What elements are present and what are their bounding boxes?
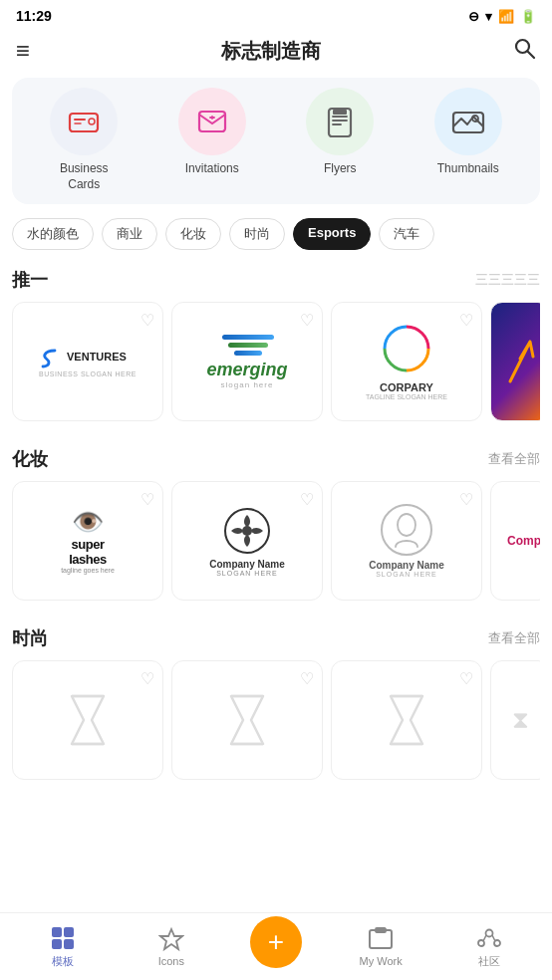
dark-card-inner <box>491 303 540 420</box>
makeup-cards-row: ♡ 👁️ super lashes tagline goes here ♡ <box>12 481 540 605</box>
card-company-name-1[interactable]: ♡ Company Name SLOGAN HERE <box>171 481 323 601</box>
card-fashion3-heart[interactable]: ♡ <box>459 669 473 688</box>
search-button[interactable] <box>512 36 536 66</box>
card-ventures[interactable]: ♡ VENTURES BUSINESS SLOGAN HERE <box>12 302 163 421</box>
recommended-cards-row: ♡ VENTURES BUSINESS SLOGAN HERE ♡ <box>12 302 540 425</box>
tag-business[interactable]: 商业 <box>102 218 157 250</box>
ventures-inner: VENTURES <box>39 347 127 368</box>
section-recommended: 推一 三三三三三 ♡ VENTURES BUSINESS SLOGAN HER <box>0 258 552 429</box>
nav-template[interactable]: 模板 <box>33 925 93 969</box>
card-emerging-heart[interactable]: ♡ <box>300 311 314 330</box>
card-comp-partial[interactable]: Comp <box>490 481 540 601</box>
company2-logo: Company Name SLOGAN HERE <box>369 504 444 578</box>
card-fashion2-heart[interactable]: ♡ <box>300 669 314 688</box>
do-not-disturb-icon: ⊖ <box>468 9 479 24</box>
category-business-cards[interactable]: BusinessCards <box>50 88 118 192</box>
bottom-nav: 模板 Icons + My Work 社区 <box>0 912 552 980</box>
section-makeup: 化妆 查看全部 ♡ 👁️ super lashes tagline goes h… <box>0 437 552 609</box>
battery-icon: 🔋 <box>520 9 536 24</box>
nav-add-button[interactable]: + <box>250 916 302 968</box>
ventures-sub: BUSINESS SLOGAN HERE <box>39 370 137 377</box>
section-makeup-more[interactable]: 查看全部 <box>488 450 540 468</box>
emerging-slogan: slogan here <box>206 380 287 389</box>
tag-water-color[interactable]: 水的颜色 <box>12 218 94 250</box>
category-thumbnails[interactable]: Thumbnails <box>434 88 502 192</box>
card-superlashes-heart[interactable]: ♡ <box>140 490 154 509</box>
svg-line-35 <box>492 935 495 941</box>
svg-point-5 <box>89 119 95 124</box>
flower-icon <box>221 505 273 557</box>
svg-marker-28 <box>160 929 182 949</box>
status-bar: 11:29 ⊖ ▾ 📶 🔋 <box>0 0 552 28</box>
business-card-icon <box>67 105 101 138</box>
face-silhouette <box>381 504 432 556</box>
card-fashion-1[interactable]: ♡ <box>12 660 163 780</box>
page-title: 标志制造商 <box>221 38 321 65</box>
hourglass-icon-3 <box>385 692 428 748</box>
svg-rect-11 <box>333 110 347 115</box>
signal-icon: 📶 <box>498 9 514 24</box>
invitations-icon-circle <box>178 88 246 155</box>
section-makeup-title: 化妆 <box>12 447 48 471</box>
section-recommended-header: 推一 三三三三三 <box>12 268 540 292</box>
template-nav-icon <box>50 925 76 951</box>
section-recommended-title: 推一 <box>12 268 48 292</box>
svg-rect-26 <box>52 939 62 949</box>
nav-mywork[interactable]: My Work <box>351 926 411 967</box>
dark-arrow-icon <box>505 337 535 386</box>
content-area: 推一 三三三三三 ♡ VENTURES BUSINESS SLOGAN HER <box>0 258 552 867</box>
corpary-logo: CORPARY TAGLINE SLOGAN HERE <box>366 324 447 400</box>
comp-partial-text: Comp <box>499 534 540 548</box>
card-fashion-2[interactable]: ♡ <box>171 660 323 780</box>
svg-rect-6 <box>199 112 225 131</box>
section-makeup-header: 化妆 查看全部 <box>12 447 540 471</box>
nav-social-label: 社区 <box>478 954 500 969</box>
card-emerging[interactable]: ♡ emerging slogan here <box>171 302 323 421</box>
svg-rect-24 <box>52 927 62 937</box>
lashes-eye-icon: 👁️ <box>61 509 115 535</box>
ventures-text-block: VENTURES <box>67 351 127 364</box>
nav-icons[interactable]: Icons <box>141 926 201 967</box>
emerging-name: emerging <box>206 360 287 380</box>
thumbnails-icon <box>451 105 485 138</box>
card-company2-heart[interactable]: ♡ <box>459 490 473 509</box>
card-company1-heart[interactable]: ♡ <box>300 490 314 509</box>
emerging-logo: emerging slogan here <box>206 335 287 389</box>
card-corpary[interactable]: ♡ CORPARY TAGLINE SLOGAN HERE <box>331 302 482 421</box>
card-corpary-heart[interactable]: ♡ <box>459 311 473 330</box>
superlashes-name2: lashes <box>61 552 115 567</box>
section-recommended-more-text: 三三三三三 <box>475 271 540 289</box>
section-fashion-more[interactable]: 查看全部 <box>488 629 540 647</box>
superlashes-sub: tagline goes here <box>61 567 115 574</box>
company2-slogan: SLOGAN HERE <box>376 571 437 578</box>
business-cards-label: BusinessCards <box>60 161 109 192</box>
card-ventures-heart[interactable]: ♡ <box>140 311 154 330</box>
fashion-cards-row: ♡ ♡ <box>12 660 540 784</box>
hourglass-icon-2 <box>225 692 269 748</box>
svg-point-16 <box>242 526 252 536</box>
status-time: 11:29 <box>16 8 52 24</box>
face-icon <box>388 511 425 549</box>
tag-makeup[interactable]: 化妆 <box>165 218 221 250</box>
tag-esports[interactable]: Esports <box>293 218 371 250</box>
menu-button[interactable]: ≡ <box>16 37 30 65</box>
company1-slogan: SLOGAN HERE <box>216 570 278 577</box>
category-row: BusinessCards Invitations Flyers <box>12 78 540 204</box>
icons-nav-icon <box>158 926 184 952</box>
card-company-name-2[interactable]: ♡ Company Name SLOGAN HERE <box>331 481 482 601</box>
card-fashion1-heart[interactable]: ♡ <box>140 669 154 688</box>
nav-social[interactable]: 社区 <box>459 925 519 969</box>
corpary-name: CORPARY <box>380 381 433 393</box>
card-fashion-4-partial[interactable]: ⧗ <box>490 660 540 780</box>
corpary-icon <box>382 324 431 373</box>
flyers-icon <box>323 105 357 138</box>
invitations-label: Invitations <box>185 161 239 177</box>
tag-cars[interactable]: 汽车 <box>379 218 434 250</box>
mywork-nav-icon <box>368 926 394 952</box>
card-superlashes[interactable]: ♡ 👁️ super lashes tagline goes here <box>12 481 163 601</box>
category-flyers[interactable]: Flyers <box>306 88 374 192</box>
card-fashion-3[interactable]: ♡ <box>331 660 482 780</box>
card-dark-partial[interactable] <box>490 302 540 421</box>
category-invitations[interactable]: Invitations <box>178 88 246 192</box>
tag-fashion[interactable]: 时尚 <box>229 218 285 250</box>
